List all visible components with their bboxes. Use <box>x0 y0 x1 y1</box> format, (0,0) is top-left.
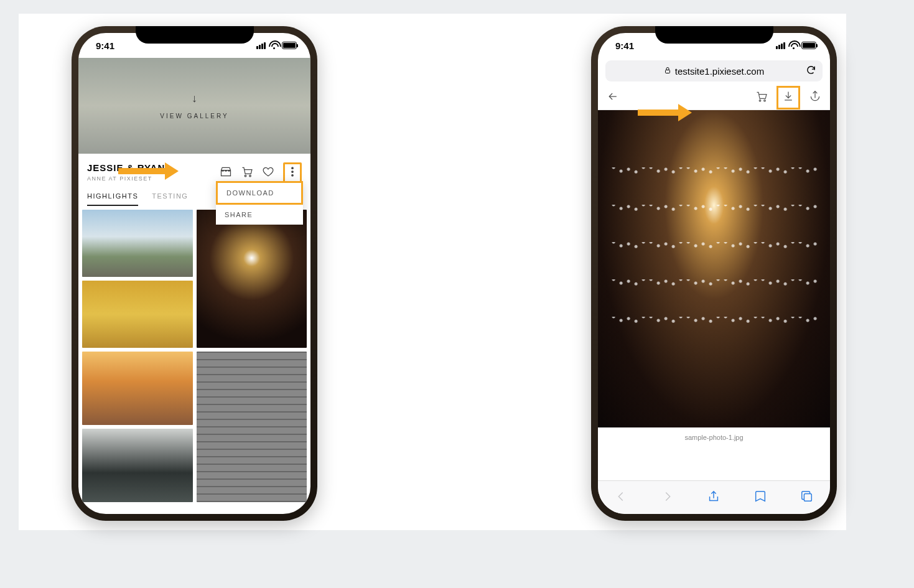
svg-point-1 <box>249 175 251 177</box>
heart-icon[interactable] <box>262 166 274 180</box>
status-icons <box>256 42 297 49</box>
cart-icon[interactable] <box>755 90 768 105</box>
thumbnail[interactable] <box>197 352 307 502</box>
url-text: testsite1.pixieset.com <box>675 66 764 77</box>
tab-highlights[interactable]: HIGHLIGHTS <box>87 192 138 206</box>
phone-mockup-photo-view: 9:41 testsite1.pixieset.com <box>591 26 837 521</box>
battery-icon <box>801 42 816 49</box>
thumbnail[interactable] <box>82 210 193 277</box>
tabs-icon[interactable] <box>800 490 814 506</box>
address-bar[interactable]: testsite1.pixieset.com <box>605 60 823 82</box>
status-bar: 9:41 <box>598 33 830 58</box>
phone-mockup-gallery: 9:41 ↓ VIEW GALLERY JESSIE & RYAN ANNE A… <box>72 26 317 521</box>
wifi-icon <box>269 42 279 49</box>
svg-point-0 <box>245 175 246 177</box>
more-menu-button[interactable] <box>283 162 302 184</box>
canvas: 9:41 ↓ VIEW GALLERY JESSIE & RYAN ANNE A… <box>19 14 846 530</box>
photo-caption: sample-photo-1.jpg <box>598 427 830 449</box>
safari-toolbar <box>598 480 830 514</box>
battery-icon <box>282 42 297 49</box>
menu-item-download[interactable]: DOWNLOAD <box>216 181 303 205</box>
thumbnail[interactable] <box>197 210 307 348</box>
lock-icon <box>664 66 671 77</box>
gallery-toolbar <box>220 162 302 184</box>
svg-point-3 <box>292 171 294 173</box>
status-bar: 9:41 <box>78 33 310 58</box>
svg-rect-8 <box>804 493 811 501</box>
cellular-icon <box>776 42 785 49</box>
status-time: 9:41 <box>96 40 114 51</box>
svg-point-4 <box>292 175 294 177</box>
svg-point-7 <box>764 100 766 101</box>
thumbnail[interactable] <box>82 429 193 502</box>
hero-banner[interactable]: ↓ VIEW GALLERY <box>78 58 310 154</box>
annotation-arrow <box>118 164 179 178</box>
status-time: 9:41 <box>615 40 634 51</box>
download-button[interactable] <box>776 86 800 110</box>
cellular-icon <box>256 42 266 49</box>
view-gallery-label: VIEW GALLERY <box>160 113 228 119</box>
share-sheet-icon[interactable] <box>707 490 720 506</box>
menu-item-share[interactable]: SHARE <box>216 205 303 225</box>
screen: 9:41 testsite1.pixieset.com <box>598 33 830 514</box>
photo-grid <box>78 206 310 506</box>
annotation-arrow <box>638 106 692 119</box>
thumbnail[interactable] <box>82 352 193 425</box>
bookmarks-icon[interactable] <box>753 490 767 506</box>
svg-point-6 <box>759 100 761 101</box>
thumbnail[interactable] <box>82 281 193 348</box>
cart-icon[interactable] <box>241 166 253 180</box>
back-button[interactable] <box>607 90 619 105</box>
status-icons <box>776 42 816 49</box>
photo-viewer[interactable] <box>598 110 830 427</box>
svg-rect-5 <box>665 70 669 73</box>
screen: 9:41 ↓ VIEW GALLERY JESSIE & RYAN ANNE A… <box>78 33 310 514</box>
tab-testing[interactable]: TESTING <box>152 192 188 206</box>
share-icon[interactable] <box>809 90 821 105</box>
nav-back-icon[interactable] <box>614 490 628 506</box>
photo-toolbar <box>598 85 830 110</box>
store-icon[interactable] <box>220 166 232 180</box>
more-menu-dropdown: DOWNLOAD SHARE <box>216 181 303 225</box>
reload-icon[interactable] <box>806 65 816 77</box>
arrow-down-icon: ↓ <box>192 92 197 105</box>
svg-point-2 <box>292 167 294 169</box>
wifi-icon <box>788 42 798 49</box>
nav-forward-icon[interactable] <box>661 490 674 506</box>
